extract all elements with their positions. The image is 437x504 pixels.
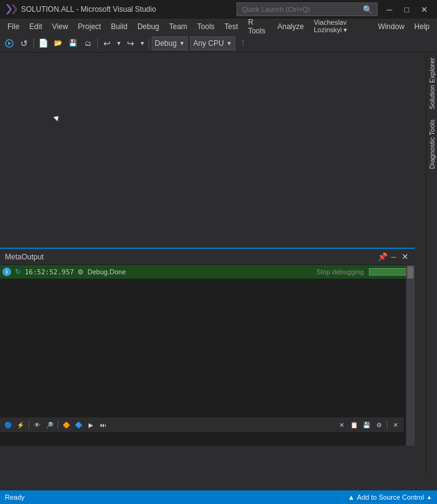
menu-bar: File Edit View Project Build Debug Team … (0, 19, 437, 34)
close-panel-button[interactable]: ✕ (400, 252, 410, 262)
cpu-config-arrow: ▼ (227, 40, 232, 46)
bt-sep-3 (387, 420, 387, 429)
refresh-icon: ↻ (14, 267, 22, 276)
panel-buttons: 📌 ─ ✕ (378, 252, 410, 262)
svg-marker-1 (12, 4, 17, 14)
window-controls: ─ □ ✕ (381, 3, 432, 15)
menu-edit[interactable]: Edit (24, 19, 47, 34)
menu-project[interactable]: Project (73, 19, 106, 34)
search-icon: 🔍 (363, 5, 373, 14)
editor-area: MetaOutput 📌 ─ ✕ i ↻ 16:52:52.957 ⚙ Debu… (0, 53, 426, 475)
bt-btn-7[interactable]: ▶ (85, 419, 97, 430)
undo-button[interactable]: ↩ (100, 37, 114, 50)
auto-hide-button[interactable]: ─ (389, 252, 399, 262)
vs-logo-icon (5, 3, 17, 15)
menu-team[interactable]: Team (164, 19, 192, 34)
bt-btn-1[interactable]: 🔵 (2, 419, 14, 430)
pin-button[interactable]: 📌 (378, 252, 387, 262)
debug-config-arrow: ▼ (179, 40, 184, 46)
meta-output-title: MetaOutput (5, 253, 374, 261)
bt-copy-btn[interactable]: 📋 (348, 419, 360, 430)
cpu-config-label: Any CPU (193, 39, 223, 48)
redo-button[interactable]: ↪ (124, 37, 137, 50)
refresh-button[interactable]: ↺ (17, 37, 31, 50)
cog-icon: ⚙ (76, 267, 85, 276)
bt-clear-btn[interactable]: ✕ (336, 419, 347, 430)
menu-rtools[interactable]: R Tools (243, 19, 273, 34)
menu-analyze[interactable]: Analyze (272, 19, 309, 34)
menu-build[interactable]: Build (106, 19, 132, 34)
bt-btn-4[interactable]: 🔎 (44, 419, 55, 430)
up-arrow-icon: ▲ (348, 493, 355, 501)
redo-dropdown[interactable]: ▼ (139, 37, 146, 50)
bt-sep-1 (28, 420, 29, 429)
meta-output-panel: MetaOutput 📌 ─ ✕ i ↻ 16:52:52.957 ⚙ Debu… (0, 248, 415, 446)
open-button[interactable]: 📂 (51, 37, 65, 50)
close-button[interactable]: ✕ (416, 3, 432, 15)
quick-launch-input[interactable] (236, 2, 378, 16)
cpu-config-dropdown[interactable]: Any CPU ▼ (190, 37, 235, 50)
toolbar: ↺ 📄 📂 💾 🗂 ↩ ▼ ↪ ▼ Debug ▼ Any CPU ▼ ⋮ (0, 34, 437, 53)
menu-tools[interactable]: Tools (193, 19, 220, 34)
menu-test[interactable]: Test (220, 19, 243, 34)
source-control-arrow: ▲ (426, 494, 432, 500)
start-button[interactable] (2, 37, 16, 50)
mouse-cursor (53, 114, 61, 121)
window-title: SOLUTION.ALL - Microsoft Visual Studio (21, 5, 233, 14)
bt-btn-3[interactable]: 👁 (32, 419, 43, 430)
new-file-button[interactable]: 📄 (37, 37, 50, 50)
output-message: Debug.Done (87, 268, 313, 276)
bottom-toolbar: 🔵 ⚡ 👁 🔎 🔶 🔷 ▶ ⏭ ✕ 📋 💾 ⚙ ✕ (0, 417, 404, 432)
menu-file[interactable]: File (2, 19, 24, 34)
debug-config-dropdown[interactable]: Debug ▼ (152, 37, 188, 50)
minimize-button[interactable]: ─ (381, 3, 397, 15)
restore-button[interactable]: □ (399, 3, 415, 15)
more-button[interactable]: ⋮ (236, 37, 250, 50)
output-scrollbar[interactable] (406, 265, 415, 446)
right-panel: Solution Explorer Diagnostic Tools (426, 53, 437, 475)
output-time: 16:52:52.957 (25, 268, 74, 276)
add-source-control-label: Add to Source Control (357, 493, 424, 501)
menu-view[interactable]: View (47, 19, 73, 34)
diagnostic-tools-tab[interactable]: Diagnostic Tools (426, 115, 437, 174)
bt-save-btn[interactable]: 💾 (361, 419, 372, 430)
bt-btn-5[interactable]: 🔶 (61, 419, 72, 430)
save-all-button[interactable]: 🗂 (81, 37, 95, 50)
title-bar: SOLUTION.ALL - Microsoft Visual Studio 🔍… (0, 0, 437, 19)
source-control-status[interactable]: ▲ Add to Source Control ▲ (348, 493, 432, 501)
toolbar-sep-2 (97, 38, 98, 49)
output-row: i ↻ 16:52:52.957 ⚙ Debug.Done Stop debug… (0, 265, 415, 279)
undo-dropdown[interactable]: ▼ (115, 37, 123, 50)
info-icon: i (2, 267, 11, 276)
status-bar: Ready ▲ Add to Source Control ▲ (0, 490, 437, 504)
menu-help[interactable]: Help (409, 19, 435, 34)
bt-btn-6[interactable]: 🔷 (73, 419, 84, 430)
menu-user[interactable]: Viacheslav Lozinskyi ▾ (309, 19, 373, 34)
bt-close-btn[interactable]: ✕ (390, 419, 401, 430)
bt-btn-2[interactable]: ⚡ (15, 419, 26, 430)
toolbar-sep-1 (33, 38, 34, 49)
svg-marker-0 (6, 4, 12, 14)
output-status: Stop debugging (316, 268, 364, 276)
bt-sep-2 (58, 420, 58, 429)
menu-debug[interactable]: Debug (132, 19, 164, 34)
status-ready: Ready (5, 493, 344, 501)
save-button[interactable]: 💾 (66, 37, 80, 50)
meta-output-header: MetaOutput 📌 ─ ✕ (0, 249, 415, 265)
bt-settings-btn[interactable]: ⚙ (373, 419, 384, 430)
toolbar-sep-3 (149, 38, 149, 49)
solution-explorer-tab[interactable]: Solution Explorer (426, 53, 437, 115)
main-area: MetaOutput 📌 ─ ✕ i ↻ 16:52:52.957 ⚙ Debu… (0, 53, 437, 475)
ready-label: Ready (5, 493, 25, 501)
debug-config-label: Debug (155, 39, 176, 48)
bt-btn-8[interactable]: ⏭ (98, 419, 109, 430)
scrollbar-thumb (407, 266, 413, 279)
menu-window[interactable]: Window (373, 19, 410, 34)
